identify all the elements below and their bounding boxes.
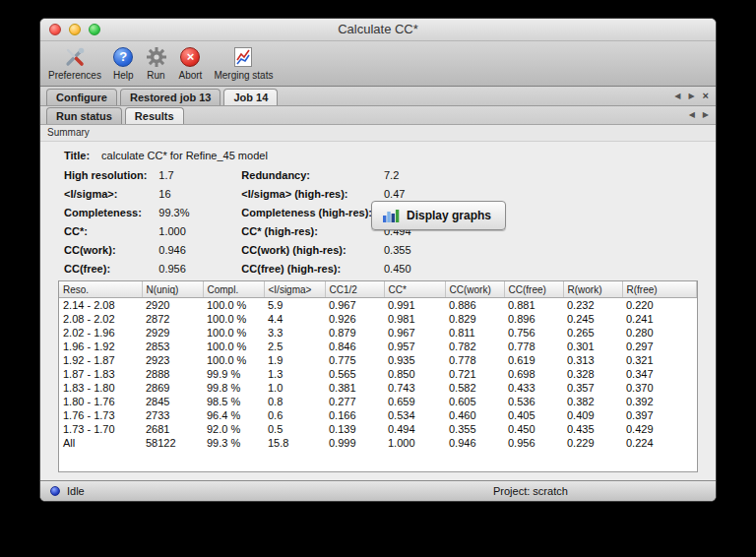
table-cell: 0.619 [504, 353, 563, 367]
table-row[interactable]: 1.73 - 1.70268192.0 %0.50.1390.4940.3550… [59, 422, 697, 436]
table-row[interactable]: 1.80 - 1.76284598.5 %0.80.2770.6590.6050… [59, 395, 697, 408]
zoom-window-button[interactable] [89, 24, 100, 35]
table-cell: 0.397 [622, 408, 697, 422]
stat-value: 1.000 [158, 225, 241, 237]
table-row[interactable]: 1.83 - 1.80286999.8 %1.00.3810.7430.5820… [59, 381, 697, 395]
table-cell: 2929 [142, 326, 203, 340]
column-header[interactable]: R(work) [563, 281, 622, 297]
abort-x-icon [180, 44, 200, 69]
table-cell: 0.277 [325, 395, 384, 408]
table-cell: 1.80 - 1.76 [59, 395, 142, 408]
column-header[interactable]: R(free) [622, 281, 697, 297]
table-cell: 0.926 [325, 312, 384, 326]
table-cell: 1.87 - 1.83 [59, 367, 142, 381]
table-cell: 0.659 [384, 395, 445, 408]
table-cell: 100.0 % [203, 326, 264, 340]
stat-value: 0.355 [384, 244, 414, 256]
table-cell: 0.957 [384, 340, 445, 353]
help-button[interactable]: Help [113, 44, 134, 81]
table-cell: 2920 [142, 297, 203, 312]
tab-run-status[interactable]: Run status [46, 107, 122, 124]
table-cell: 0.229 [563, 436, 622, 450]
table-cell: 0.139 [325, 422, 384, 436]
merging-stats-button[interactable]: Merging stats [214, 44, 273, 81]
table-cell: 3.3 [264, 326, 325, 340]
tab-close-icon[interactable] [703, 91, 709, 101]
table-cell: 0.605 [445, 395, 504, 408]
table-cell: 0.829 [445, 312, 504, 326]
table-cell: 98.5 % [203, 395, 264, 408]
table-cell: 0.347 [622, 367, 697, 381]
run-button[interactable]: Run [146, 44, 167, 81]
column-header[interactable]: Compl. [203, 281, 264, 297]
table-cell: 1.76 - 1.73 [59, 408, 142, 422]
table-cell: 99.3 % [203, 436, 264, 450]
table-cell: 0.782 [445, 340, 504, 353]
tab-scroll-right-icon[interactable] [688, 93, 694, 100]
stats-table-body: 2.14 - 2.082920100.0 %5.90.9670.9910.886… [59, 297, 697, 450]
table-cell: 96.4 % [203, 408, 264, 422]
table-row[interactable]: 1.87 - 1.83288899.9 %1.30.5650.8500.7210… [59, 367, 697, 381]
desktop-background: { "colors": { "accent_blue": "#2a66d9", … [0, 0, 756, 557]
subtab-scroll-left-icon[interactable] [689, 111, 695, 119]
table-cell: 0.321 [622, 353, 697, 367]
table-cell: 92.0 % [203, 422, 264, 436]
tab-results[interactable]: Results [125, 107, 184, 124]
display-graphs-button[interactable]: Display graphs [371, 201, 506, 230]
table-row[interactable]: 2.08 - 2.022872100.0 %4.40.9260.9810.829… [59, 312, 697, 326]
title-label: Title: [64, 150, 101, 161]
table-cell: 99.9 % [203, 367, 264, 381]
table-cell: 0.355 [445, 422, 504, 436]
table-cell: 0.370 [622, 381, 697, 395]
stat-label: <I/sigma> (high-res): [241, 188, 384, 200]
table-row[interactable]: 1.96 - 1.922853100.0 %2.50.8460.9570.782… [59, 340, 697, 353]
help-question-icon [113, 44, 133, 69]
column-header[interactable]: Reso. [59, 281, 142, 297]
window-titlebar[interactable]: Calculate CC* [40, 19, 716, 41]
stat-label: Completeness: [64, 207, 158, 218]
close-window-button[interactable] [49, 24, 61, 35]
table-cell: 100.0 % [203, 297, 264, 312]
toolbar-item-label: Help [113, 70, 134, 81]
table-cell: 0.241 [622, 312, 697, 326]
column-header[interactable]: N(uniq) [142, 281, 203, 297]
table-cell: 0.313 [563, 353, 622, 367]
preferences-button[interactable]: Preferences [48, 44, 101, 81]
table-row[interactable]: All5812299.3 %15.80.9991.0000.9460.9560.… [59, 436, 697, 450]
tab-scroll-left-icon[interactable] [674, 93, 680, 100]
table-row[interactable]: 2.02 - 1.962929100.0 %3.30.8790.9670.811… [59, 326, 697, 340]
tab-job-14[interactable]: Job 14 [223, 89, 278, 105]
table-cell: 0.381 [325, 381, 384, 395]
column-header[interactable]: CC* [384, 281, 445, 297]
stat-label: <I/sigma>: [64, 188, 158, 200]
table-cell: 0.967 [325, 297, 384, 312]
table-cell: 0.935 [384, 353, 445, 367]
table-row[interactable]: 1.76 - 1.73273396.4 %0.60.1660.5340.4600… [59, 408, 697, 422]
table-cell: 0.433 [504, 381, 563, 395]
table-cell: 4.4 [264, 312, 325, 326]
abort-button[interactable]: Abort [179, 44, 203, 81]
table-cell: 58122 [142, 436, 203, 450]
table-cell: 0.582 [445, 381, 504, 395]
table-cell: 0.850 [384, 367, 445, 381]
stat-label: CC(free): [64, 263, 158, 275]
minimize-window-button[interactable] [69, 24, 81, 35]
table-row[interactable]: 2.14 - 2.082920100.0 %5.90.9670.9910.886… [59, 297, 697, 312]
column-header[interactable]: CC(free) [504, 281, 563, 297]
subtab-scroll-right-icon[interactable] [703, 111, 709, 119]
column-header[interactable]: <I/sigma> [264, 281, 325, 297]
stat-label: CC(work): [64, 244, 158, 256]
tab-configure[interactable]: Configure [46, 89, 117, 105]
toolbar: Preferences Help [40, 41, 716, 87]
table-cell: 0.245 [563, 312, 622, 326]
column-header[interactable]: CC(work) [445, 281, 504, 297]
summary-title-row: Title: calculate CC* for Refine_45 model [64, 150, 414, 161]
column-header[interactable]: CC1/2 [325, 281, 384, 297]
table-row[interactable]: 1.92 - 1.872923100.0 %1.90.7750.9350.778… [59, 353, 697, 367]
table-cell: 0.382 [563, 395, 622, 408]
table-cell: 1.3 [264, 367, 325, 381]
table-cell: 0.536 [504, 395, 563, 408]
tab-restored-job-13[interactable]: Restored job 13 [120, 89, 221, 105]
table-cell: 2733 [142, 408, 203, 422]
table-cell: 2681 [142, 422, 203, 436]
